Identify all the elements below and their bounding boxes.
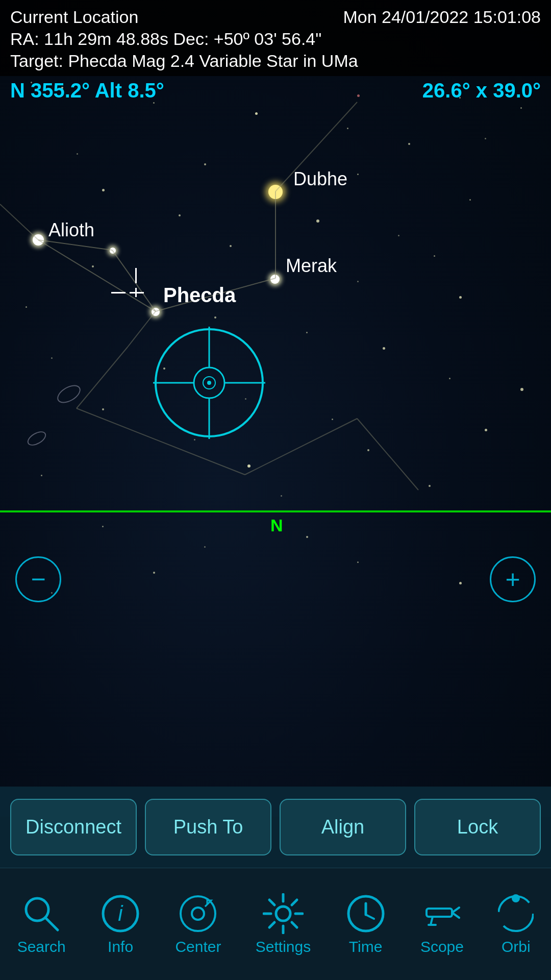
ra-dec: RA: 11h 29m 48.88s Dec: +50º 03' 56.4" — [10, 29, 541, 49]
north-line — [0, 510, 551, 512]
svg-text:i: i — [118, 901, 123, 925]
telescope-reticle — [153, 327, 265, 439]
phecda-label: Phecda — [163, 284, 236, 307]
svg-line-34 — [292, 922, 297, 927]
nav-settings-label: Settings — [256, 938, 311, 955]
overlay-info: N 355.2° Alt 8.5° 26.6° x 39.0° — [0, 79, 551, 102]
push-to-button[interactable]: Push To — [145, 799, 271, 855]
svg-point-46 — [512, 894, 520, 902]
north-label: N — [270, 516, 283, 535]
nav-search[interactable]: Search — [17, 893, 66, 955]
svg-line-33 — [269, 900, 274, 905]
merak-label: Merak — [286, 255, 337, 277]
svg-line-22 — [45, 918, 58, 930]
svg-line-36 — [269, 922, 274, 927]
nav-settings[interactable]: Settings — [256, 893, 311, 955]
nav-search-label: Search — [17, 938, 66, 955]
svg-point-28 — [276, 906, 290, 921]
svg-line-8 — [77, 347, 128, 408]
nav-info-label: Info — [108, 938, 133, 955]
orbit-icon — [498, 893, 534, 934]
svg-rect-40 — [427, 909, 452, 917]
alioth-label: Alioth — [48, 219, 94, 241]
nav-time[interactable]: Time — [345, 893, 386, 955]
nav-orbit[interactable]: Orbi — [498, 893, 534, 955]
svg-line-5 — [0, 204, 38, 240]
svg-line-11 — [357, 419, 418, 490]
fov-display: 26.6° x 39.0° — [422, 79, 541, 102]
svg-line-43 — [431, 917, 433, 925]
header: Current Location Mon 24/01/2022 15:01:08… — [0, 0, 551, 76]
svg-line-4 — [112, 250, 156, 311]
target-info: Target: Phecda Mag 2.4 Variable Star in … — [10, 51, 541, 71]
sky-view[interactable]: Alioth Merak Dubhe Phecda — [0, 0, 551, 817]
lock-button[interactable]: Lock — [414, 799, 541, 855]
svg-line-27 — [205, 900, 211, 906]
datetime: Mon 24/01/2022 15:01:08 — [343, 7, 541, 27]
align-button[interactable]: Align — [280, 799, 406, 855]
svg-line-35 — [292, 900, 297, 905]
svg-line-39 — [366, 915, 374, 919]
nav-center-label: Center — [175, 938, 221, 955]
svg-line-3 — [38, 240, 112, 250]
zoom-in-button[interactable]: + — [490, 556, 536, 602]
nav-orbit-label: Orbi — [502, 938, 531, 955]
nav-info[interactable]: i Info — [100, 893, 141, 955]
action-bar: Disconnect Push To Align Lock — [0, 787, 551, 868]
nav-scope[interactable]: Scope — [420, 893, 464, 955]
info-icon: i — [100, 893, 141, 934]
svg-line-7 — [128, 311, 156, 347]
dubhe-label: Dubhe — [293, 168, 347, 190]
time-icon — [345, 893, 386, 934]
nav-bar: Search i Info Center — [0, 868, 551, 980]
zoom-out-button[interactable]: − — [15, 556, 61, 602]
disconnect-button[interactable]: Disconnect — [10, 799, 137, 855]
nav-scope-label: Scope — [420, 938, 464, 955]
location-label: Current Location — [10, 7, 138, 27]
svg-point-26 — [192, 908, 204, 920]
az-alt-display: N 355.2° Alt 8.5° — [10, 79, 164, 102]
svg-point-19 — [207, 381, 211, 385]
center-icon — [178, 893, 218, 934]
search-icon — [21, 893, 62, 934]
nav-center[interactable]: Center — [175, 893, 221, 955]
svg-line-42 — [452, 913, 459, 918]
settings-icon — [263, 893, 304, 934]
svg-line-0 — [38, 240, 156, 311]
nav-time-label: Time — [349, 938, 383, 955]
svg-line-41 — [452, 908, 459, 913]
scope-icon — [421, 893, 462, 934]
